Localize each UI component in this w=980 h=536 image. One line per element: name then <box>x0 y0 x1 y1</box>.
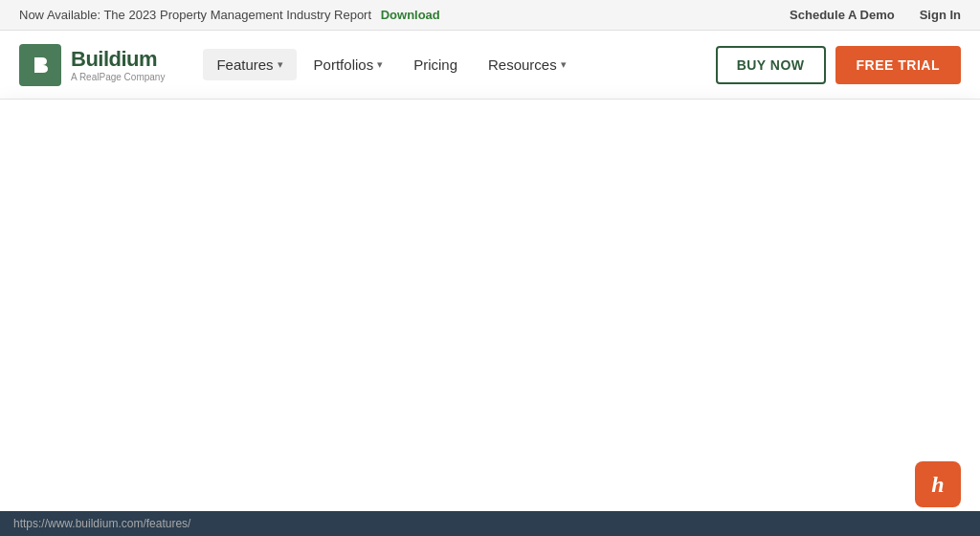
announcement-link[interactable]: Download <box>381 8 440 22</box>
announcement-bar: Now Available: The 2023 Property Managem… <box>0 0 980 31</box>
nav-portfolios[interactable]: Portfolios ▾ <box>301 49 397 80</box>
chevron-down-icon: ▾ <box>278 58 283 71</box>
free-trial-button[interactable]: FREE TRIAL <box>835 46 961 84</box>
logo-text: Buildium A RealPage Company <box>71 47 165 82</box>
logo-icon <box>19 44 61 86</box>
sign-in-link[interactable]: Sign In <box>920 8 961 22</box>
top-right-links: Schedule A Demo Sign In <box>784 8 961 22</box>
logo[interactable]: Buildium A RealPage Company <box>19 44 165 86</box>
main-nav: Buildium A RealPage Company Features ▾ P… <box>0 31 980 100</box>
nav-features[interactable]: Features ▾ <box>203 49 296 80</box>
nav-pricing[interactable]: Pricing <box>400 49 471 80</box>
nav-links: Features ▾ Portfolios ▾ Pricing Resource… <box>203 49 715 80</box>
chevron-down-icon: ▾ <box>377 58 383 71</box>
buy-now-button[interactable]: BUY NOW <box>716 46 826 84</box>
chevron-down-icon: ▾ <box>561 58 567 71</box>
announcement-text: Now Available: The 2023 Property Managem… <box>19 8 440 22</box>
nav-resources[interactable]: Resources ▾ <box>475 49 580 80</box>
schedule-demo-link[interactable]: Schedule A Demo <box>790 8 895 22</box>
nav-buttons: BUY NOW FREE TRIAL <box>716 46 961 84</box>
